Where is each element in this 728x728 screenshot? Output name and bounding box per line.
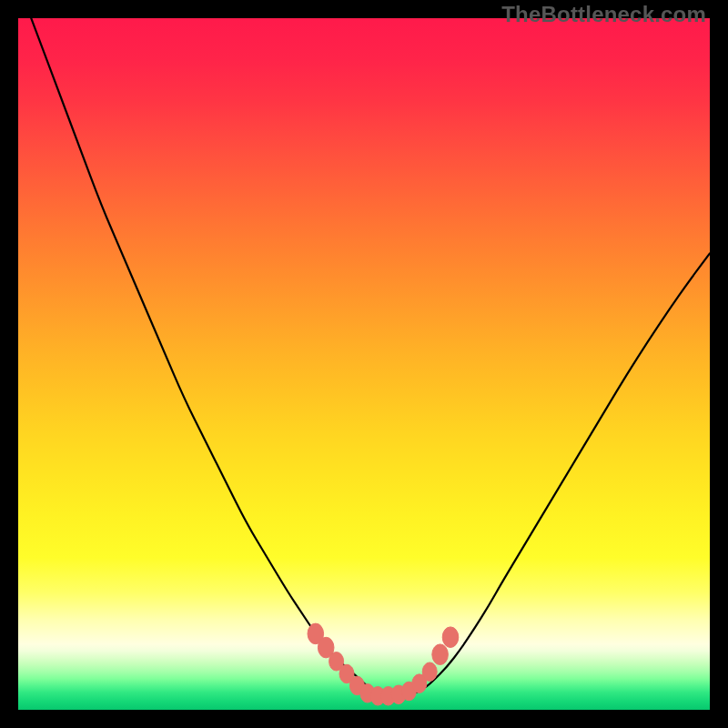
chart-frame: TheBottleneck.com bbox=[0, 0, 728, 728]
curve-layer bbox=[18, 18, 710, 710]
marker-group bbox=[308, 623, 459, 705]
curve-marker bbox=[442, 627, 459, 648]
bottleneck-curve bbox=[18, 18, 710, 696]
curve-marker bbox=[432, 644, 449, 665]
plot-area bbox=[18, 18, 710, 710]
curve-marker bbox=[422, 662, 437, 682]
watermark-text: TheBottleneck.com bbox=[501, 2, 706, 27]
